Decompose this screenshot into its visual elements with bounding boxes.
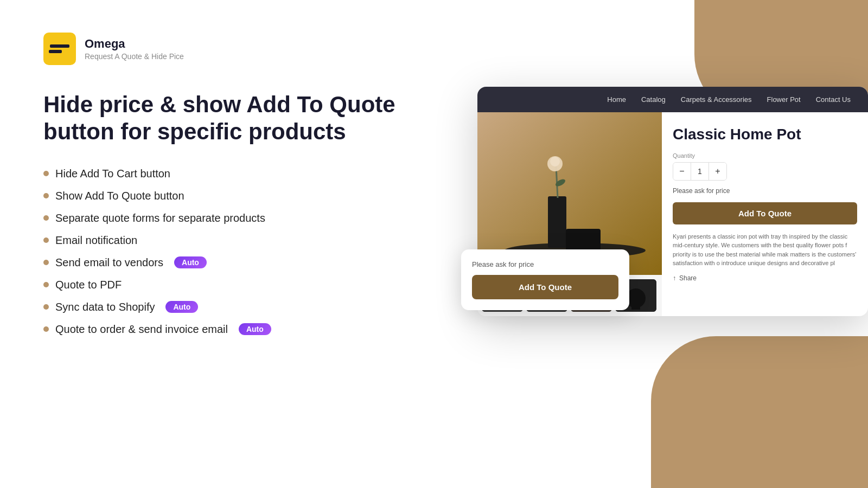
logo-line-2 (49, 50, 62, 53)
auto-badge: Auto (239, 323, 271, 335)
svg-rect-21 (631, 303, 640, 310)
bullet-icon (43, 193, 49, 198)
logo-line-1 (50, 44, 69, 48)
floating-card: Please ask for price Add To Quote (461, 249, 629, 310)
bullet-icon (43, 304, 49, 310)
quantity-value: 1 (691, 163, 709, 180)
main-heading: Hide price & show Add To Quote button fo… (43, 91, 423, 146)
feature-text: Quote to order & send invoice email (55, 323, 228, 336)
svg-rect-2 (548, 196, 566, 248)
svg-point-7 (550, 157, 560, 166)
logo-icon (43, 33, 76, 65)
floating-ask-price-text: Please ask for price (472, 260, 618, 268)
quantity-decrease-button[interactable]: − (673, 163, 691, 180)
logo-area: Omega Request A Quote & Hide Pice (43, 33, 423, 65)
quantity-label: Quantity (673, 152, 857, 159)
auto-badge: Auto (174, 256, 207, 268)
bullet-icon (43, 260, 49, 265)
feature-text: Separate quote forms for separate produc… (55, 212, 265, 224)
bullet-icon (43, 326, 49, 332)
feature-list: Hide Add To Cart button Show Add To Quot… (43, 168, 423, 336)
list-item: Sync data to Shopify Auto (43, 301, 423, 313)
list-item: Show Add To Quote button (43, 190, 423, 202)
nav-item-home[interactable]: Home (607, 95, 626, 104)
ask-price-text: Please ask for price (673, 187, 857, 195)
nav-bar: Home Catalog Carpets & Accessories Flowe… (477, 87, 868, 112)
product-title: Classic Home Pot (673, 125, 857, 144)
list-item: Hide Add To Cart button (43, 168, 423, 180)
right-panel: Home Catalog Carpets & Accessories Flowe… (477, 87, 868, 316)
floating-add-to-quote-button[interactable]: Add To Quote (472, 275, 618, 299)
quantity-increase-button[interactable]: + (709, 163, 726, 180)
logo-text-area: Omega Request A Quote & Hide Pice (85, 37, 184, 61)
left-panel: Omega Request A Quote & Hide Pice Hide p… (43, 33, 423, 336)
bullet-icon (43, 171, 49, 176)
svg-rect-4 (566, 229, 601, 252)
feature-text: Hide Add To Cart button (55, 168, 170, 180)
share-icon: ↑ (673, 274, 676, 282)
feature-text: Quote to PDF (55, 279, 122, 291)
bg-shape-bottom-right (651, 336, 868, 488)
feature-text: Show Add To Quote button (55, 190, 184, 202)
nav-item-carpets[interactable]: Carpets & Accessories (681, 95, 752, 104)
bullet-icon (43, 215, 49, 221)
nav-item-catalog[interactable]: Catalog (641, 95, 666, 104)
list-item: Email notification (43, 234, 423, 247)
feature-text: Sync data to Shopify (55, 301, 155, 313)
product-description: Kyari presents a classic iron pot with t… (673, 232, 857, 268)
quantity-control: − 1 + (673, 162, 727, 181)
add-to-quote-button[interactable]: Add To Quote (673, 202, 857, 224)
feature-text: Send email to vendors (55, 256, 163, 269)
brand-name: Omega (85, 37, 184, 51)
nav-item-contact[interactable]: Contact Us (816, 95, 851, 104)
list-item: Quote to PDF (43, 279, 423, 291)
bullet-icon (43, 282, 49, 287)
brand-subtitle: Request A Quote & Hide Pice (85, 52, 184, 61)
auto-badge: Auto (165, 301, 198, 313)
product-info-section: Classic Home Pot Quantity − 1 + Please a… (662, 112, 868, 316)
feature-text: Email notification (55, 234, 137, 247)
share-label[interactable]: Share (679, 274, 697, 282)
nav-item-flower-pot[interactable]: Flower Pot (767, 95, 801, 104)
share-row: ↑ Share (673, 274, 857, 282)
list-item: Separate quote forms for separate produc… (43, 212, 423, 224)
list-item: Quote to order & send invoice email Auto (43, 323, 423, 336)
bullet-icon (43, 237, 49, 243)
list-item: Send email to vendors Auto (43, 256, 423, 269)
